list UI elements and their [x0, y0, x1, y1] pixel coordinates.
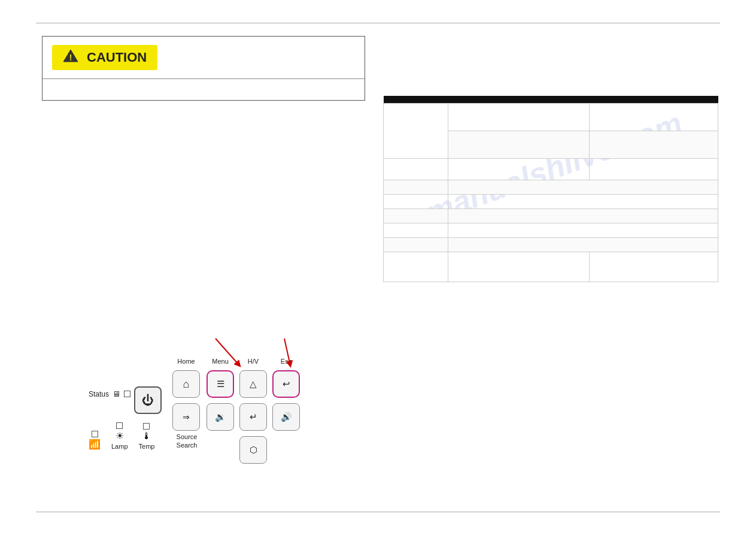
- vol-down-button[interactable]: 🔉: [207, 403, 234, 431]
- annotation-arrow: [204, 333, 251, 374]
- table-cell: [448, 238, 718, 252]
- keystone-icon: ⬡: [250, 445, 257, 455]
- keystone-button[interactable]: ⬡: [239, 436, 267, 464]
- table-row: [384, 209, 718, 223]
- vol-up-icon: 🔊: [281, 412, 292, 422]
- home-icon: ⌂: [183, 378, 190, 391]
- hv-label: H/V: [239, 358, 267, 365]
- table-row: [384, 104, 718, 131]
- table-cell: [384, 223, 448, 238]
- table-header-1: [384, 96, 448, 104]
- table-cell: [590, 252, 718, 282]
- lamp-label: Lamp: [111, 443, 128, 450]
- power-icon: ⏻: [142, 394, 154, 407]
- left-content-area: ! CAUTION: [42, 36, 377, 110]
- temp-checkbox: [143, 423, 150, 430]
- enter-icon: ↵: [250, 412, 257, 422]
- caution-badge: ! CAUTION: [52, 45, 157, 70]
- table-header-2: [448, 96, 590, 104]
- table-cell: [384, 238, 448, 252]
- caution-box: ! CAUTION: [42, 36, 365, 101]
- menu-label: Menu: [207, 358, 234, 365]
- home-label: Home: [172, 358, 200, 365]
- home-button[interactable]: ⌂: [172, 370, 200, 398]
- table-cell: [384, 180, 448, 195]
- annotation-arrow-2: [272, 333, 308, 374]
- vol-down-icon: 🔉: [215, 412, 226, 422]
- monitor-icon: 🖥: [113, 389, 120, 398]
- table-cell: [448, 209, 718, 223]
- table-cell: [590, 159, 718, 180]
- svg-text:!: !: [69, 53, 72, 62]
- temp-icon: 🌡: [142, 431, 151, 442]
- temp-indicator: 🌡 Temp: [139, 423, 155, 450]
- caution-header: ! CAUTION: [42, 37, 365, 78]
- wifi-indicator: 📶: [89, 431, 101, 450]
- table-cell: [448, 252, 590, 282]
- caution-body: [42, 78, 365, 100]
- power-button[interactable]: ⏻: [134, 386, 162, 414]
- table-cell: [448, 131, 590, 159]
- table-cell: [448, 180, 718, 195]
- lamp-indicator: ☀ Lamp: [111, 422, 128, 450]
- table-cell: [448, 159, 590, 180]
- hv-button[interactable]: △: [239, 370, 267, 398]
- top-rule: [36, 23, 720, 23]
- source-search-button[interactable]: ⇒: [172, 403, 200, 431]
- table-cell: [384, 252, 448, 282]
- table-cell: [384, 209, 448, 223]
- status-indicator-square: [124, 391, 130, 397]
- enter-button[interactable]: ↵: [239, 403, 267, 431]
- table-cell: [590, 131, 718, 159]
- table-row: [384, 223, 718, 238]
- table-row: [384, 238, 718, 252]
- source-search-label: Source Search: [169, 433, 205, 450]
- caution-text: CAUTION: [87, 50, 147, 65]
- menu-button[interactable]: ☰: [207, 370, 234, 398]
- table-row: [384, 195, 718, 209]
- svg-line-4: [284, 338, 290, 365]
- table-cell: [590, 104, 718, 131]
- status-row: Status 🖥: [89, 389, 130, 398]
- table-cell: [448, 195, 718, 209]
- esc-icon: ↩: [283, 379, 290, 389]
- table-header-3: [590, 96, 718, 104]
- source-search-icon: ⇒: [183, 412, 190, 422]
- table-row: [384, 180, 718, 195]
- wifi-icon: 📶: [89, 439, 101, 450]
- menu-icon: ☰: [217, 379, 224, 389]
- hv-icon: △: [250, 379, 257, 389]
- lamp-checkbox: [116, 422, 123, 429]
- wifi-checkbox: [92, 431, 98, 437]
- temp-label: Temp: [139, 443, 155, 450]
- right-content-area: [383, 96, 718, 282]
- vol-up-button[interactable]: 🔊: [272, 403, 300, 431]
- table-cell: [384, 195, 448, 209]
- table-cell: [384, 159, 448, 180]
- status-label: Status: [89, 390, 109, 398]
- table-row: [384, 252, 718, 282]
- bottom-rule: [36, 512, 720, 512]
- table-cell: [384, 104, 448, 159]
- lamp-icon: ☀: [116, 430, 124, 442]
- table-cell: [448, 223, 718, 238]
- table-row: [384, 159, 718, 180]
- table-cell: [448, 104, 590, 131]
- data-table: [383, 96, 718, 282]
- caution-triangle-icon: !: [63, 49, 78, 67]
- indicators-row: 📶 ☀ Lamp 🌡 Temp: [89, 422, 154, 450]
